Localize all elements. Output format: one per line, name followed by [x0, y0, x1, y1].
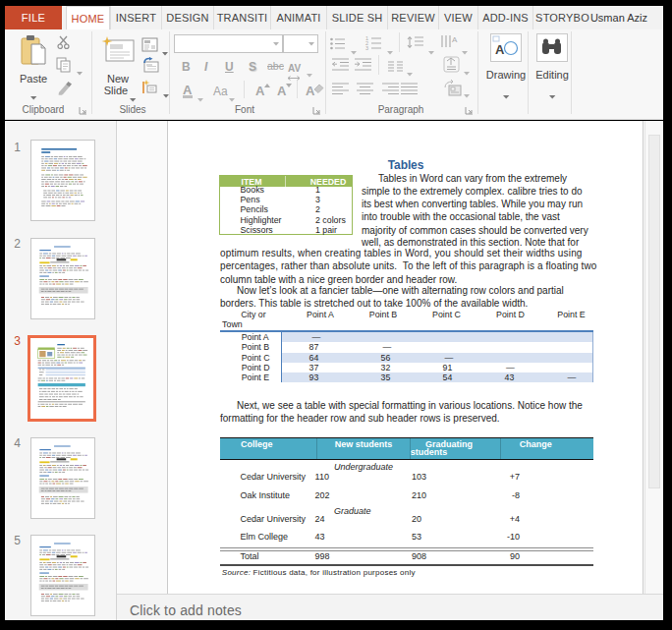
slide-thumbnail-5[interactable] [30, 535, 95, 616]
account-name[interactable]: Usman Aziz [590, 6, 647, 29]
columns-button[interactable] [388, 59, 404, 77]
shrink-font-button[interactable]: A [277, 84, 286, 98]
text-direction-button[interactable]: A [440, 34, 458, 53]
scrollbar-thumb[interactable] [648, 135, 660, 488]
convert-smartart-button[interactable] [443, 80, 462, 100]
text-direction-dropdown-icon[interactable] [462, 41, 469, 59]
table-cell: 202 [315, 490, 330, 500]
table-cell: 103 [412, 472, 426, 482]
table-cell: -8 [492, 490, 520, 500]
tab-insert[interactable]: INSERT [110, 6, 161, 29]
body-line: Tables in Word can vary from the extreme… [378, 174, 567, 184]
slide-thumbnail-4[interactable] [30, 437, 95, 519]
format-painter-button[interactable] [57, 81, 74, 100]
table-row: Cedar University [241, 472, 307, 482]
grow-font-button[interactable]: A [255, 84, 264, 98]
notes-placeholder[interactable]: Click to add notes [130, 602, 242, 618]
table-cell: — [506, 364, 515, 372]
tab-slide-show[interactable]: SLIDE SH [326, 6, 387, 29]
drawing-button[interactable]: A Drawing [485, 33, 527, 112]
line-spacing-dropdown-icon[interactable] [428, 41, 435, 59]
table-cell: 91 [443, 364, 453, 372]
slide-title: Tables [388, 158, 424, 172]
body-line: column table with a nice green border an… [220, 275, 457, 285]
tab-add-ins[interactable]: ADD-INS [477, 6, 532, 29]
strikethrough-button[interactable]: abc [267, 60, 284, 72]
slide-thumbnail-2[interactable] [30, 238, 95, 319]
font-dialog-launcher-icon[interactable] [312, 106, 322, 116]
underline-button[interactable]: U [225, 60, 234, 74]
slide-thumbnail-3-selected[interactable] [28, 335, 96, 422]
blue-header-col1-line1: City or [241, 311, 265, 319]
slide-canvas[interactable]: Tables ITEM NEEDED Books 1 Pens 3 Pencil… [167, 121, 644, 594]
numbering-icon: 123 [365, 35, 382, 50]
tab-review[interactable]: REVIEW [387, 6, 438, 29]
tab-transitions[interactable]: TRANSITI [213, 6, 270, 29]
section-button[interactable] [142, 80, 159, 99]
font-size-combobox[interactable] [283, 34, 318, 53]
vertical-scrollbar[interactable] [644, 121, 663, 594]
font-color-dropdown-icon[interactable] [197, 88, 204, 106]
italic-button[interactable]: I [204, 60, 207, 74]
change-case-button[interactable]: Aa [213, 85, 228, 98]
character-spacing-dropdown-icon[interactable] [307, 64, 313, 82]
clear-formatting-button[interactable]: A [306, 82, 314, 99]
text-shadow-button[interactable]: S [249, 60, 256, 74]
decrease-indent-button[interactable] [332, 58, 350, 76]
align-left-icon [332, 83, 350, 95]
bullets-dropdown-icon[interactable] [351, 41, 358, 59]
align-right-button[interactable] [382, 82, 400, 99]
tab-storyboarding[interactable]: STORYBO [532, 6, 591, 29]
tab-home[interactable]: HOME [66, 6, 110, 29]
font-name-dropdown-icon[interactable] [273, 42, 280, 46]
align-text-button[interactable] [443, 56, 460, 77]
layout-icon [141, 37, 158, 52]
slide-thumbnail-1[interactable] [30, 140, 95, 221]
bullets-button[interactable] [330, 36, 346, 54]
new-slide-button[interactable]: New Slide [97, 33, 139, 100]
font-color-button[interactable]: A [183, 83, 192, 97]
character-spacing-label: AV [288, 63, 301, 74]
slide-number: 1 [7, 141, 21, 154]
convert-smartart-dropdown-icon[interactable] [464, 85, 471, 102]
blue-header: Point D [496, 311, 525, 319]
layout-button[interactable] [141, 37, 158, 56]
teal-subheader: Undergraduate [334, 462, 393, 472]
reset-button[interactable] [141, 57, 159, 77]
drawing-label: Drawing [485, 70, 527, 81]
justify-button[interactable] [401, 82, 419, 99]
body-line: borders. This table is stretched out to … [220, 299, 528, 309]
editing-button[interactable]: Editing [532, 33, 572, 112]
layout-dropdown-icon[interactable] [162, 42, 169, 60]
align-center-button[interactable] [357, 82, 374, 99]
table-cell: 53 [412, 532, 421, 542]
font-size-dropdown-icon[interactable] [308, 42, 315, 46]
notes-pane[interactable]: Click to add notes [117, 594, 663, 620]
body-line: percentages, rather than absolute units.… [220, 261, 596, 271]
copy-dropdown-icon[interactable] [77, 62, 84, 80]
numbering-button[interactable]: 123 [365, 35, 382, 54]
paste-button[interactable]: Paste [15, 33, 52, 100]
align-text-dropdown-icon[interactable] [464, 62, 471, 80]
table-cell: — [568, 373, 577, 382]
tab-animations[interactable]: ANIMATI [270, 6, 326, 29]
increase-indent-button[interactable] [355, 58, 372, 76]
numbering-dropdown-icon[interactable] [387, 41, 394, 59]
blue-header: Point E [557, 311, 585, 319]
tab-view[interactable]: VIEW [438, 6, 477, 29]
cut-button[interactable] [56, 35, 72, 54]
align-left-button[interactable] [332, 82, 350, 99]
clipboard-dialog-launcher-icon[interactable] [79, 106, 88, 116]
tab-design[interactable]: DESIGN [161, 6, 213, 29]
copy-button[interactable] [56, 57, 72, 77]
font-name-combobox[interactable] [174, 34, 283, 53]
slide-number: 3 [7, 334, 21, 348]
line-spacing-button[interactable] [407, 35, 424, 53]
section-icon [142, 80, 159, 95]
table-cell: -10 [492, 532, 520, 542]
character-spacing-button[interactable]: AV [288, 58, 302, 81]
paragraph-dialog-launcher-icon[interactable] [465, 106, 475, 116]
columns-dropdown-icon[interactable] [407, 63, 414, 81]
bold-button[interactable]: B [182, 60, 191, 74]
tab-file[interactable]: FILE [5, 6, 62, 29]
